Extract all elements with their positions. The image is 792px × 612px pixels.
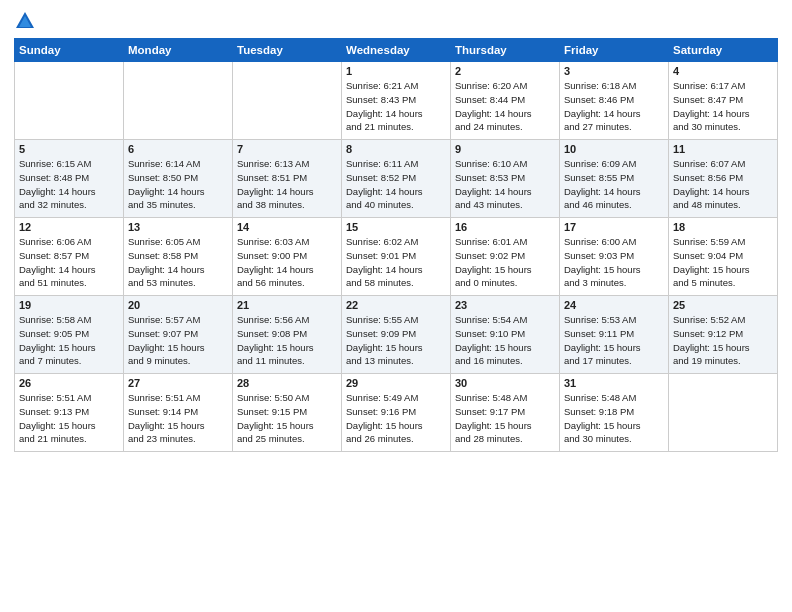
day-info-line: Sunset: 9:13 PM: [19, 405, 119, 419]
day-info-line: Daylight: 15 hours: [455, 419, 555, 433]
calendar-cell: 9Sunrise: 6:10 AMSunset: 8:53 PMDaylight…: [451, 140, 560, 218]
day-info: Sunrise: 6:02 AMSunset: 9:01 PMDaylight:…: [346, 235, 446, 290]
day-info-line: and 56 minutes.: [237, 276, 337, 290]
day-info-line: and 38 minutes.: [237, 198, 337, 212]
calendar-cell: 8Sunrise: 6:11 AMSunset: 8:52 PMDaylight…: [342, 140, 451, 218]
day-info-line: Sunrise: 6:03 AM: [237, 235, 337, 249]
day-info: Sunrise: 6:01 AMSunset: 9:02 PMDaylight:…: [455, 235, 555, 290]
day-info-line: and 26 minutes.: [346, 432, 446, 446]
day-number: 6: [128, 143, 228, 155]
header-cell-saturday: Saturday: [669, 39, 778, 62]
day-info-line: Sunrise: 6:14 AM: [128, 157, 228, 171]
day-info-line: Sunset: 9:16 PM: [346, 405, 446, 419]
day-info: Sunrise: 6:09 AMSunset: 8:55 PMDaylight:…: [564, 157, 664, 212]
day-info-line: Sunset: 9:17 PM: [455, 405, 555, 419]
day-info-line: Sunset: 9:08 PM: [237, 327, 337, 341]
day-info-line: Sunset: 8:46 PM: [564, 93, 664, 107]
header-cell-friday: Friday: [560, 39, 669, 62]
day-number: 9: [455, 143, 555, 155]
calendar-cell: [233, 62, 342, 140]
day-info-line: Daylight: 15 hours: [128, 341, 228, 355]
day-number: 1: [346, 65, 446, 77]
day-info-line: and 48 minutes.: [673, 198, 773, 212]
day-info-line: Daylight: 15 hours: [19, 419, 119, 433]
day-number: 7: [237, 143, 337, 155]
day-info-line: and 25 minutes.: [237, 432, 337, 446]
day-info-line: Daylight: 15 hours: [455, 263, 555, 277]
day-info-line: and 11 minutes.: [237, 354, 337, 368]
calendar-cell: 3Sunrise: 6:18 AMSunset: 8:46 PMDaylight…: [560, 62, 669, 140]
day-info-line: Sunrise: 6:07 AM: [673, 157, 773, 171]
day-info: Sunrise: 5:49 AMSunset: 9:16 PMDaylight:…: [346, 391, 446, 446]
day-info-line: Daylight: 14 hours: [19, 185, 119, 199]
day-number: 21: [237, 299, 337, 311]
day-info-line: and 7 minutes.: [19, 354, 119, 368]
day-info: Sunrise: 6:13 AMSunset: 8:51 PMDaylight:…: [237, 157, 337, 212]
day-info-line: Sunrise: 5:56 AM: [237, 313, 337, 327]
day-info-line: Sunrise: 6:13 AM: [237, 157, 337, 171]
day-info-line: Sunset: 9:15 PM: [237, 405, 337, 419]
calendar-cell: 29Sunrise: 5:49 AMSunset: 9:16 PMDayligh…: [342, 374, 451, 452]
header-cell-thursday: Thursday: [451, 39, 560, 62]
day-info: Sunrise: 6:10 AMSunset: 8:53 PMDaylight:…: [455, 157, 555, 212]
day-info-line: Sunrise: 5:59 AM: [673, 235, 773, 249]
day-info-line: Sunset: 8:51 PM: [237, 171, 337, 185]
day-number: 8: [346, 143, 446, 155]
calendar-cell: 14Sunrise: 6:03 AMSunset: 9:00 PMDayligh…: [233, 218, 342, 296]
day-info-line: Sunset: 9:18 PM: [564, 405, 664, 419]
calendar-cell: 17Sunrise: 6:00 AMSunset: 9:03 PMDayligh…: [560, 218, 669, 296]
day-info: Sunrise: 6:21 AMSunset: 8:43 PMDaylight:…: [346, 79, 446, 134]
day-number: 13: [128, 221, 228, 233]
day-info-line: and 13 minutes.: [346, 354, 446, 368]
calendar-cell: 30Sunrise: 5:48 AMSunset: 9:17 PMDayligh…: [451, 374, 560, 452]
day-info-line: and 17 minutes.: [564, 354, 664, 368]
day-info-line: Sunrise: 6:09 AM: [564, 157, 664, 171]
day-info-line: Sunset: 9:10 PM: [455, 327, 555, 341]
day-info-line: Sunrise: 5:58 AM: [19, 313, 119, 327]
day-info-line: and 28 minutes.: [455, 432, 555, 446]
day-info-line: Sunset: 8:55 PM: [564, 171, 664, 185]
day-info-line: Daylight: 15 hours: [237, 419, 337, 433]
day-number: 3: [564, 65, 664, 77]
day-info-line: and 30 minutes.: [564, 432, 664, 446]
day-info: Sunrise: 6:20 AMSunset: 8:44 PMDaylight:…: [455, 79, 555, 134]
logo-icon: [14, 10, 36, 32]
header-cell-sunday: Sunday: [15, 39, 124, 62]
day-info-line: Daylight: 14 hours: [455, 185, 555, 199]
day-info-line: Sunset: 9:07 PM: [128, 327, 228, 341]
day-info-line: Daylight: 15 hours: [346, 419, 446, 433]
day-number: 25: [673, 299, 773, 311]
day-info: Sunrise: 5:48 AMSunset: 9:17 PMDaylight:…: [455, 391, 555, 446]
day-info-line: and 3 minutes.: [564, 276, 664, 290]
calendar-cell: 25Sunrise: 5:52 AMSunset: 9:12 PMDayligh…: [669, 296, 778, 374]
day-info-line: Sunrise: 6:00 AM: [564, 235, 664, 249]
day-info-line: Daylight: 15 hours: [564, 419, 664, 433]
day-info-line: Sunrise: 5:48 AM: [455, 391, 555, 405]
day-info-line: Daylight: 15 hours: [237, 341, 337, 355]
day-info-line: and 40 minutes.: [346, 198, 446, 212]
day-info-line: Sunrise: 6:20 AM: [455, 79, 555, 93]
day-info-line: Sunrise: 5:54 AM: [455, 313, 555, 327]
calendar-cell: 27Sunrise: 5:51 AMSunset: 9:14 PMDayligh…: [124, 374, 233, 452]
calendar-cell: [15, 62, 124, 140]
day-info-line: Daylight: 14 hours: [346, 263, 446, 277]
header-cell-monday: Monday: [124, 39, 233, 62]
calendar-header: SundayMondayTuesdayWednesdayThursdayFrid…: [15, 39, 778, 62]
day-info-line: and 53 minutes.: [128, 276, 228, 290]
day-info-line: Sunrise: 6:11 AM: [346, 157, 446, 171]
calendar-cell: 12Sunrise: 6:06 AMSunset: 8:57 PMDayligh…: [15, 218, 124, 296]
day-info-line: Daylight: 15 hours: [673, 341, 773, 355]
calendar-table: SundayMondayTuesdayWednesdayThursdayFrid…: [14, 38, 778, 452]
day-info: Sunrise: 5:52 AMSunset: 9:12 PMDaylight:…: [673, 313, 773, 368]
day-info-line: Daylight: 14 hours: [455, 107, 555, 121]
day-info-line: Sunset: 9:02 PM: [455, 249, 555, 263]
day-number: 11: [673, 143, 773, 155]
day-number: 30: [455, 377, 555, 389]
day-info-line: Sunset: 8:56 PM: [673, 171, 773, 185]
day-number: 16: [455, 221, 555, 233]
day-info-line: Sunrise: 5:50 AM: [237, 391, 337, 405]
day-number: 20: [128, 299, 228, 311]
header-row: SundayMondayTuesdayWednesdayThursdayFrid…: [15, 39, 778, 62]
day-info: Sunrise: 6:00 AMSunset: 9:03 PMDaylight:…: [564, 235, 664, 290]
day-info-line: Sunset: 8:53 PM: [455, 171, 555, 185]
